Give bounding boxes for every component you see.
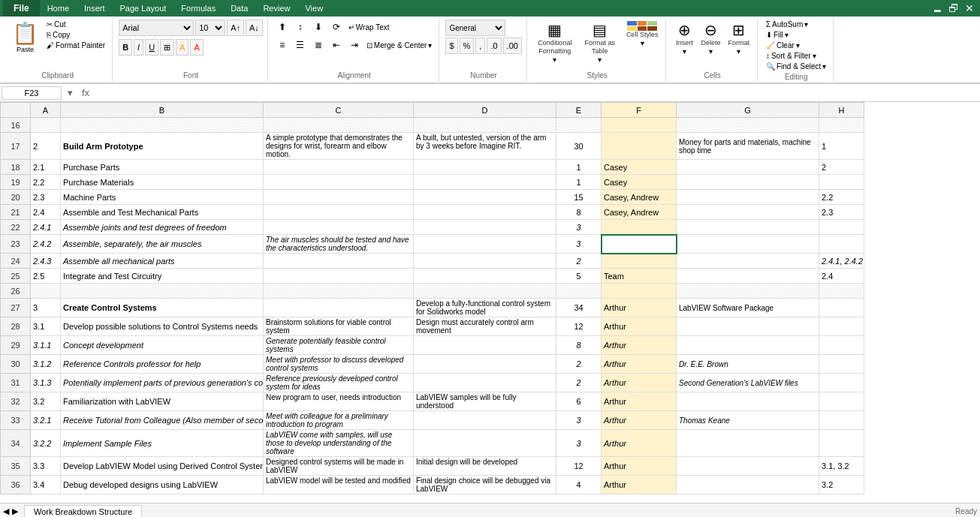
cell-C20[interactable] (264, 190, 414, 205)
cell-H21[interactable]: 2.3 (819, 205, 864, 220)
cell-B25[interactable]: Integrate and Test Circuitry (61, 269, 264, 284)
currency-button[interactable]: $ (445, 38, 457, 54)
cell-A33[interactable]: 3.2.1 (31, 411, 61, 430)
cell-H16[interactable] (819, 118, 864, 133)
cell-F35[interactable]: Arthur (602, 457, 677, 476)
cell-G24[interactable] (677, 254, 819, 269)
cell-C19[interactable] (264, 175, 414, 190)
cell-E21[interactable]: 8 (556, 205, 602, 220)
cell-D25[interactable] (414, 269, 556, 284)
italic-button[interactable]: I (134, 39, 143, 56)
cell-D16[interactable] (414, 118, 556, 133)
expand-icon[interactable]: ▾ (63, 87, 77, 98)
cell-styles-button[interactable]: Cell Styles ▾ (623, 20, 662, 49)
format-button[interactable]: ⊞ Format ▾ (725, 20, 752, 57)
cell-D23[interactable] (414, 235, 556, 254)
row-header-35[interactable]: 35 (1, 457, 31, 476)
cell-G18[interactable] (677, 160, 819, 175)
cell-C33[interactable]: Meet with colleague for a preliminary in… (264, 411, 414, 430)
ft-dropdown-icon[interactable]: ▾ (598, 56, 602, 64)
cell-A32[interactable]: 3.2 (31, 392, 61, 411)
cell-B29[interactable]: Concept development (61, 336, 264, 355)
cell-E16[interactable] (556, 118, 602, 133)
cell-F20[interactable]: Casey, Andrew (602, 190, 677, 205)
cell-G35[interactable] (677, 457, 819, 476)
cell-E29[interactable]: 8 (556, 336, 602, 355)
cell-B24[interactable]: Assemble all mechanical parts (61, 254, 264, 269)
cell-A26[interactable] (31, 284, 61, 299)
cf-dropdown-icon[interactable]: ▾ (553, 56, 556, 64)
cell-D33[interactable] (414, 411, 556, 430)
cell-E31[interactable]: 2 (556, 374, 602, 392)
row-header-23[interactable]: 23 (1, 235, 31, 254)
number-format-select[interactable]: General (445, 20, 505, 36)
cell-H33[interactable] (819, 411, 864, 430)
file-tab[interactable]: File (3, 0, 40, 17)
cell-B26[interactable] (61, 284, 264, 299)
cell-G23[interactable] (677, 235, 819, 254)
cell-B31[interactable]: Potentially implement parts of previous … (61, 374, 264, 392)
cell-A23[interactable]: 2.4.2 (31, 235, 61, 254)
delete-dropdown-icon[interactable]: ▾ (709, 47, 713, 56)
cell-H17[interactable]: 1 (819, 133, 864, 160)
cell-C21[interactable] (264, 205, 414, 220)
cell-G29[interactable] (677, 336, 819, 355)
increase-font-button[interactable]: A↑ (227, 20, 244, 36)
cell-C22[interactable] (264, 220, 414, 235)
fs-dropdown-icon[interactable]: ▾ (822, 62, 826, 71)
cell-F29[interactable]: Arthur (602, 336, 677, 355)
cell-D18[interactable] (414, 160, 556, 175)
cell-C34[interactable]: LabVIEW come with samples, will use thos… (264, 430, 414, 457)
cell-F19[interactable]: Casey (602, 175, 677, 190)
row-header-28[interactable]: 28 (1, 317, 31, 336)
sheet-tab-wbs[interactable]: Work Breakdown Structure (24, 505, 142, 517)
cell-reference-input[interactable] (2, 86, 62, 100)
maximize-icon[interactable]: 🗗 (945, 2, 962, 14)
cell-D28[interactable]: Design must accurately control arm movem… (414, 317, 556, 336)
cell-G30[interactable]: Dr. E.E. Brown (677, 355, 819, 374)
cell-F31[interactable]: Arthur (602, 374, 677, 392)
cell-B33[interactable]: Receive Tutorial from Colleague (Also me… (61, 411, 264, 430)
cell-H36[interactable]: 3.2 (819, 476, 864, 494)
row-header-19[interactable]: 19 (1, 175, 31, 190)
cell-D22[interactable] (414, 220, 556, 235)
cell-E30[interactable]: 2 (556, 355, 602, 374)
cell-A20[interactable]: 2.3 (31, 190, 61, 205)
cell-A31[interactable]: 3.1.3 (31, 374, 61, 392)
row-header-22[interactable]: 22 (1, 220, 31, 235)
cell-E19[interactable]: 1 (556, 175, 602, 190)
cell-D29[interactable] (414, 336, 556, 355)
paste-button[interactable]: 📋 Paste (8, 20, 43, 55)
tab-formulas[interactable]: Formulas (173, 2, 223, 14)
cell-A16[interactable] (31, 118, 61, 133)
cell-C32[interactable]: New program to user, needs introduction (264, 392, 414, 411)
row-header-33[interactable]: 33 (1, 411, 31, 430)
font-name-select[interactable]: Arial (119, 20, 194, 36)
cell-A24[interactable]: 2.4.3 (31, 254, 61, 269)
fill-dropdown-icon[interactable]: ▾ (785, 31, 789, 39)
col-header-a[interactable]: A (31, 103, 61, 118)
cell-F17[interactable] (602, 133, 677, 160)
cell-F36[interactable]: Arthur (602, 476, 677, 494)
row-header-34[interactable]: 34 (1, 430, 31, 457)
cell-B19[interactable]: Purchase Materials (61, 175, 264, 190)
cell-F32[interactable]: Arthur (602, 392, 677, 411)
row-header-16[interactable]: 16 (1, 118, 31, 133)
row-header-36[interactable]: 36 (1, 476, 31, 494)
cell-C27[interactable] (264, 299, 414, 317)
cell-H34[interactable] (819, 430, 864, 457)
cell-D31[interactable] (414, 374, 556, 392)
cell-B21[interactable]: Assemble and Test Mechanical Parts (61, 205, 264, 220)
find-select-button[interactable]: 🔍 Find & Select ▾ (764, 62, 828, 71)
cell-A36[interactable]: 3.4 (31, 476, 61, 494)
row-header-30[interactable]: 30 (1, 355, 31, 374)
merge-center-button[interactable]: ⊡ Merge & Center ▾ (364, 41, 435, 50)
close-icon[interactable]: ✕ (962, 2, 977, 14)
cell-D35[interactable]: Initial design will be developed (414, 457, 556, 476)
cell-B30[interactable]: Reference Controls professor for help (61, 355, 264, 374)
col-header-h[interactable]: H (819, 103, 864, 118)
cell-G17[interactable]: Money for parts and materials, machine s… (677, 133, 819, 160)
cs-dropdown-icon[interactable]: ▾ (641, 39, 644, 47)
tab-review[interactable]: Review (255, 2, 297, 14)
format-as-table-button[interactable]: ▤ Format as Table ▾ (578, 20, 622, 65)
